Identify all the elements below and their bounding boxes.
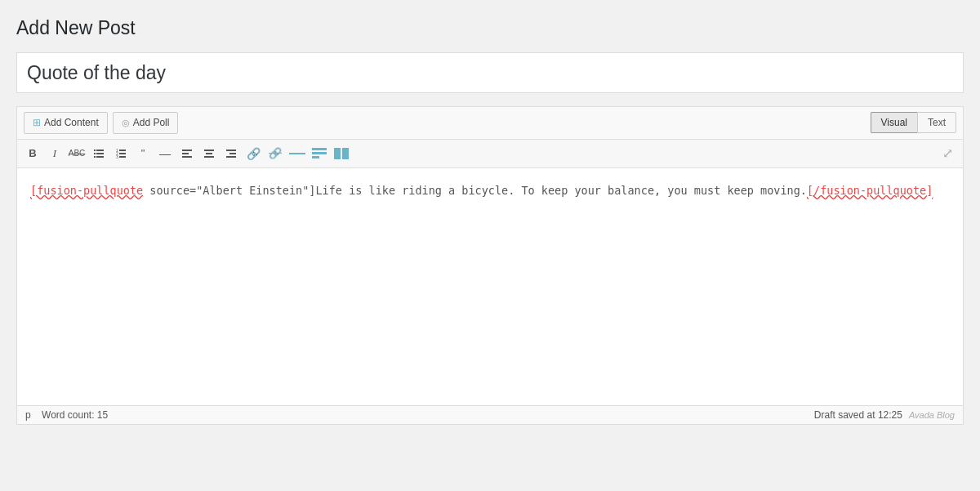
editor-toolbar-top: ⊞ Add Content ◎ Add Poll Visual Text: [17, 107, 963, 140]
view-toggle: Visual Text: [871, 112, 956, 133]
align-center-button[interactable]: [198, 143, 220, 164]
add-poll-button[interactable]: ◎ Add Poll: [113, 112, 179, 134]
svg-rect-26: [334, 148, 341, 159]
word-count-label: Word count:: [42, 409, 94, 421]
align-left-button[interactable]: [176, 143, 198, 164]
fullscreen-button[interactable]: ⤢: [937, 143, 958, 164]
format-buttons-group: B I ABC 123 " —: [22, 143, 937, 164]
svg-text:3: 3: [116, 154, 118, 159]
status-left: p Word count: 15: [25, 409, 108, 421]
add-content-label: Add Content: [44, 116, 99, 130]
editor-wrapper: ⊞ Add Content ◎ Add Poll Visual Text B I…: [16, 106, 964, 425]
format-toolbar: B I ABC 123 " —: [17, 140, 963, 168]
visual-tab[interactable]: Visual: [871, 112, 917, 133]
svg-rect-23: [312, 148, 327, 150]
svg-rect-17: [204, 156, 214, 158]
svg-rect-12: [182, 150, 192, 151]
add-poll-icon: ◎: [122, 117, 130, 129]
svg-rect-27: [342, 148, 349, 159]
page-title: Add New Post: [16, 16, 964, 41]
add-content-icon: ⊞: [33, 116, 41, 130]
shortcode-content: [fusion-pullquote source="Albert Einstei…: [30, 184, 933, 197]
toolbar-toggle-button[interactable]: [309, 143, 330, 164]
svg-rect-18: [226, 150, 236, 151]
html-element-indicator: p: [25, 409, 31, 421]
unordered-list-button[interactable]: [88, 143, 109, 164]
word-count-value: 15: [97, 409, 108, 421]
svg-rect-25: [312, 156, 319, 158]
svg-rect-13: [182, 153, 189, 154]
blockquote-button[interactable]: ": [132, 143, 154, 164]
svg-rect-24: [312, 152, 327, 154]
svg-rect-9: [119, 153, 126, 154]
post-title-input[interactable]: [16, 52, 964, 93]
ordered-list-button[interactable]: 123: [110, 143, 131, 164]
svg-rect-2: [94, 153, 96, 154]
add-poll-label: Add Poll: [133, 116, 170, 130]
toolbar-left: ⊞ Add Content ◎ Add Poll: [24, 112, 178, 134]
svg-rect-19: [229, 153, 236, 154]
svg-rect-7: [119, 150, 126, 151]
svg-rect-4: [94, 156, 96, 158]
editor-content-area[interactable]: [fusion-pullquote source="Albert Einstei…: [17, 168, 963, 405]
unlink-button[interactable]: 🔗: [265, 143, 286, 164]
status-right: Draft saved at 12:25 Avada Blog: [814, 409, 955, 421]
add-content-button[interactable]: ⊞ Add Content: [24, 112, 108, 134]
text-tab[interactable]: Text: [917, 112, 956, 133]
hr-button[interactable]: —: [154, 143, 176, 164]
svg-rect-3: [96, 153, 104, 154]
svg-rect-20: [226, 156, 236, 158]
svg-rect-11: [119, 156, 126, 158]
draft-status: Draft saved at 12:25: [814, 409, 902, 421]
insert-more-button[interactable]: [287, 143, 308, 164]
columns-button[interactable]: [331, 143, 352, 164]
align-right-button[interactable]: [220, 143, 242, 164]
svg-rect-14: [182, 156, 192, 158]
italic-button[interactable]: I: [44, 143, 65, 164]
svg-rect-0: [94, 150, 96, 151]
svg-rect-16: [206, 153, 212, 154]
link-button[interactable]: 🔗: [243, 143, 264, 164]
editor-status-bar: p Word count: 15 Draft saved at 12:25 Av…: [17, 405, 963, 424]
watermark-text: Avada Blog: [909, 410, 955, 420]
bold-button[interactable]: B: [22, 143, 43, 164]
svg-rect-1: [96, 150, 104, 151]
svg-rect-5: [96, 156, 104, 158]
svg-rect-15: [204, 150, 214, 151]
strikethrough-button[interactable]: ABC: [66, 143, 87, 164]
